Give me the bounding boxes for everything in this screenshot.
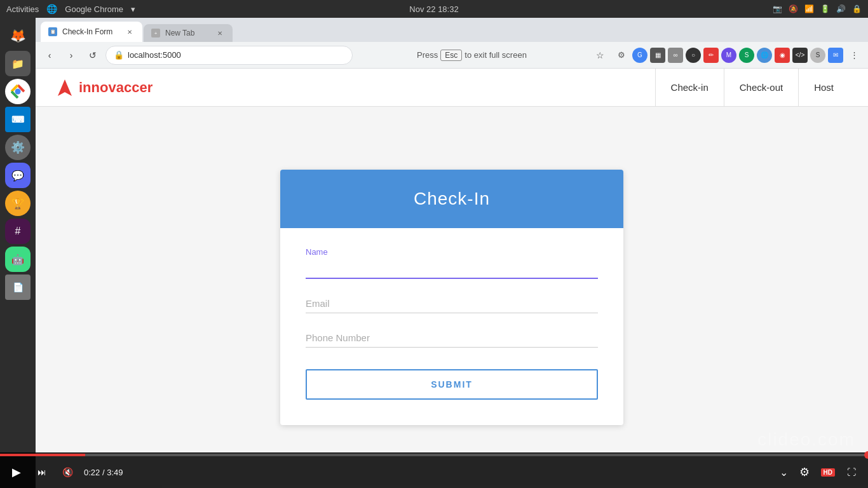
- tab-favicon-checkin: 📋: [48, 27, 57, 36]
- total-time: 3:49: [107, 468, 123, 477]
- nav-link-checkout[interactable]: Check-out: [724, 69, 799, 107]
- network-icon: 🔕: [789, 4, 798, 13]
- time-display: 0:22 / 3:49: [84, 468, 123, 477]
- app-navbar: innovaccer Check-in Check-out Host: [36, 69, 868, 107]
- ext-icon-8[interactable]: 🌐: [757, 48, 772, 63]
- extensions-button[interactable]: ⚙: [613, 46, 630, 64]
- logo-icon: [55, 78, 75, 98]
- esc-key: Esc: [440, 50, 462, 61]
- activities-label[interactable]: Activities: [6, 4, 39, 14]
- checkin-title: Check-In: [299, 189, 604, 209]
- nav-links: Check-in Check-out Host: [655, 69, 849, 107]
- quality-badge: HD: [821, 468, 835, 477]
- browser-tab-active[interactable]: 📋 Check-In Form ✕: [41, 22, 142, 42]
- tab-label-newtab: New Tab: [165, 29, 194, 37]
- logo-pre: inno: [79, 79, 108, 95]
- back-button[interactable]: ‹: [41, 46, 58, 64]
- checkin-header: Check-In: [280, 170, 623, 228]
- ext-icon-9[interactable]: ◉: [775, 48, 790, 63]
- tab-close-newtab[interactable]: ✕: [215, 28, 225, 38]
- checkin-card: Check-In Name SUBMIT: [280, 170, 623, 425]
- sidebar-icon-chrome[interactable]: [5, 79, 31, 104]
- play-button[interactable]: ▶: [8, 463, 25, 481]
- chevron-button[interactable]: ⌄: [780, 466, 788, 478]
- nav-link-checkin[interactable]: Check-in: [655, 69, 724, 107]
- name-label: Name: [306, 247, 598, 257]
- chrome-app-name[interactable]: Google Chrome: [65, 4, 123, 14]
- progress-bar-track[interactable]: [0, 454, 868, 456]
- svg-marker-2: [58, 79, 72, 96]
- sidebar: 🦊 📁 ⌨ ⚙️ 💬 🏆 # 🤖 📄: [0, 18, 36, 488]
- tab-close-checkin[interactable]: ✕: [125, 27, 135, 37]
- os-topbar-datetime: Nov 22 18:32: [409, 4, 458, 14]
- os-topbar-right: 📷 🔕 📶 🔋 🔊 🔒: [773, 4, 862, 13]
- ext-icon-6[interactable]: M: [721, 48, 736, 63]
- sidebar-icon-settings[interactable]: ⚙️: [5, 135, 31, 160]
- os-topbar: Activities 🌐 Google Chrome ▾ Nov 22 18:3…: [0, 0, 868, 18]
- progress-dot: [864, 451, 868, 459]
- sidebar-icon-misc1[interactable]: 🏆: [5, 191, 31, 216]
- logo-accent: v: [108, 79, 116, 95]
- form-field-name: Name: [306, 247, 598, 279]
- sidebar-icon-files[interactable]: 📁: [5, 51, 31, 76]
- wifi-icon: 📶: [804, 4, 814, 13]
- video-controls: ▶ ⏭ 🔇 0:22 / 3:49 ⌄ ⚙ HD ⛶: [0, 452, 868, 488]
- ext-icon-1[interactable]: G: [632, 48, 648, 63]
- refresh-button[interactable]: ↺: [84, 46, 102, 64]
- current-time: 0:22: [84, 468, 100, 477]
- sidebar-icon-files2[interactable]: 📄: [5, 274, 31, 300]
- svg-point-1: [15, 89, 21, 95]
- progress-bar-fill: [0, 454, 85, 456]
- fullscreen-notice: Press Esc to exit full screen: [356, 50, 587, 61]
- ext-icon-11[interactable]: S: [810, 48, 825, 63]
- forward-button[interactable]: ›: [62, 46, 80, 64]
- volume-icon: 🔊: [836, 4, 846, 13]
- lock-icon: 🔒: [852, 4, 862, 13]
- sidebar-icon-android[interactable]: 🤖: [5, 247, 31, 272]
- sidebar-icon-discord[interactable]: 💬: [5, 163, 31, 188]
- url-text: localhost:5000: [128, 50, 181, 60]
- email-input[interactable]: [306, 294, 598, 313]
- url-bar[interactable]: 🔒 localhost:5000: [105, 46, 353, 65]
- menu-button[interactable]: ⋮: [845, 46, 863, 64]
- lock-icon-url: 🔒: [114, 50, 124, 60]
- dropdown-icon[interactable]: ▾: [131, 4, 135, 14]
- checkin-form: Name SUBMIT: [280, 228, 623, 425]
- browser-toolbar: ‹ › ↺ 🔒 localhost:5000 Press Esc to exit…: [36, 42, 868, 69]
- phone-input[interactable]: [306, 329, 598, 348]
- ext-icon-2[interactable]: ▦: [650, 48, 665, 63]
- form-field-phone: [306, 329, 598, 348]
- fullscreen-button[interactable]: ⛶: [843, 463, 860, 481]
- next-button[interactable]: ⏭: [33, 463, 51, 481]
- ext-icon-4[interactable]: ○: [686, 48, 701, 63]
- tab-favicon-newtab: +: [151, 29, 160, 37]
- ext-icon-3[interactable]: ∞: [668, 48, 683, 63]
- volume-button[interactable]: 🔇: [58, 463, 76, 481]
- tab-label-checkin: Check-In Form: [62, 27, 112, 36]
- nav-link-host[interactable]: Host: [799, 69, 849, 107]
- browser-area: 📋 Check-In Form ✕ + New Tab ✕ ‹ › ↺ 🔒 lo…: [36, 18, 868, 488]
- os-topbar-left: Activities 🌐 Google Chrome ▾: [6, 4, 135, 14]
- bookmark-button[interactable]: ☆: [591, 46, 609, 64]
- logo-area: innovaccer: [55, 78, 153, 98]
- chrome-icon: 🌐: [46, 4, 57, 14]
- ext-icon-12[interactable]: ✉: [828, 48, 843, 63]
- ext-icon-5[interactable]: ✏: [703, 48, 719, 63]
- sidebar-icon-firefox[interactable]: 🦊: [5, 23, 31, 48]
- settings-icon[interactable]: ⚙: [796, 463, 813, 481]
- sidebar-icon-vscode[interactable]: ⌨: [5, 107, 31, 132]
- ext-icon-10[interactable]: </>: [792, 48, 808, 63]
- toolbar-icons-right: ⚙ G ▦ ∞ ○ ✏ M S 🌐 ◉ </> S ✉ ⋮: [613, 46, 863, 64]
- battery-icon: 🔋: [820, 4, 830, 13]
- sidebar-icon-slack[interactable]: #: [5, 219, 31, 244]
- browser-tabbar: 📋 Check-In Form ✕ + New Tab ✕: [36, 18, 868, 42]
- controls-row: ▶ ⏭ 🔇 0:22 / 3:49 ⌄ ⚙ HD ⛶: [0, 456, 868, 488]
- ext-icon-7[interactable]: S: [739, 48, 754, 63]
- submit-button[interactable]: SUBMIT: [306, 369, 598, 400]
- main-content: Check-In Name SUBMIT: [36, 107, 868, 488]
- browser-tab-newtab[interactable]: + New Tab ✕: [144, 24, 233, 42]
- name-input[interactable]: [306, 259, 598, 279]
- logo-text: innovaccer: [79, 79, 153, 96]
- camera-icon: 📷: [773, 4, 782, 13]
- webpage: innovaccer Check-in Check-out Host Check…: [36, 69, 868, 488]
